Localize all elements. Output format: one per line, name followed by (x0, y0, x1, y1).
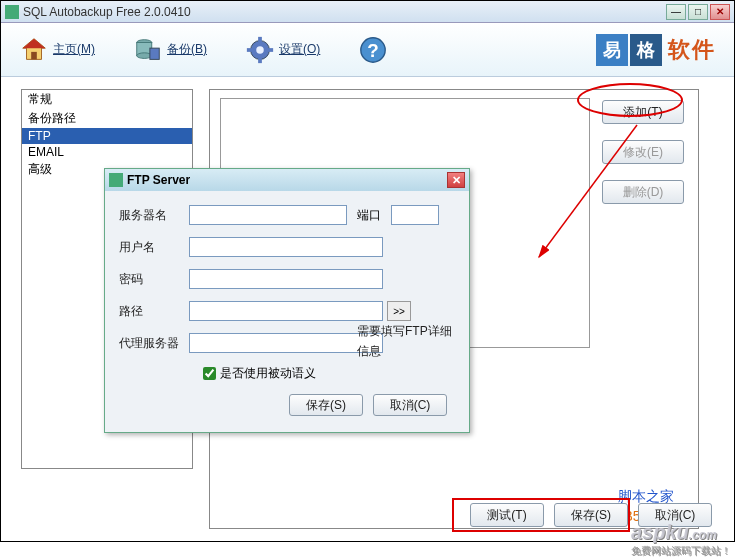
label-user: 用户名 (119, 239, 189, 256)
toolbar-home-label: 主页(M) (53, 41, 95, 58)
dialog-title: FTP Server (127, 173, 447, 187)
label-proxy: 代理服务器 (119, 335, 189, 352)
app-icon (5, 5, 19, 19)
svg-rect-6 (150, 48, 159, 59)
passive-checkbox[interactable] (203, 367, 216, 380)
dialog-save-button[interactable]: 保存(S) (289, 394, 363, 416)
svg-rect-12 (268, 48, 274, 52)
brand-sq2: 格 (630, 34, 662, 66)
add-button[interactable]: 添加(T) (602, 100, 684, 124)
window-title: SQL Autobackup Free 2.0.0410 (23, 5, 664, 19)
watermark: aspku.com 免费网站源码下载站！ (631, 521, 731, 558)
passive-label: 是否使用被动语义 (220, 365, 316, 382)
server-input[interactable] (189, 205, 347, 225)
proxy-input[interactable] (189, 333, 383, 353)
path-input[interactable] (189, 301, 383, 321)
maximize-button[interactable]: □ (688, 4, 708, 20)
dialog-cancel-button[interactable]: 取消(C) (373, 394, 447, 416)
save-button[interactable]: 保存(S) (554, 503, 628, 527)
main-toolbar: 主页(M) 备份(B) 设置(O) ? 易 格 软件 (1, 23, 734, 77)
browse-button[interactable]: >> (387, 301, 411, 321)
toolbar-settings-label: 设置(O) (279, 41, 320, 58)
sidebar-item-email[interactable]: EMAIL (22, 144, 192, 160)
dialog-close-button[interactable]: ✕ (447, 172, 465, 188)
dialog-titlebar: FTP Server ✕ (105, 169, 469, 191)
toolbar-backup-label: 备份(B) (167, 41, 207, 58)
label-path: 路径 (119, 303, 189, 320)
user-input[interactable] (189, 237, 383, 257)
svg-marker-2 (23, 38, 46, 47)
home-icon (19, 35, 49, 65)
toolbar-settings[interactable]: 设置(O) (245, 35, 320, 65)
brand-sq1: 易 (596, 34, 628, 66)
svg-point-8 (256, 46, 264, 54)
label-password: 密码 (119, 271, 189, 288)
help-icon: ? (358, 35, 388, 65)
label-port: 端口 (357, 207, 391, 224)
password-input[interactable] (189, 269, 383, 289)
brand-logo: 易 格 软件 (596, 34, 716, 66)
gear-icon (245, 35, 275, 65)
ftp-server-dialog: FTP Server ✕ 服务器名 端口 用户名 密码 路径 >> 代理服务器 … (104, 168, 470, 433)
sidebar-item-general[interactable]: 常规 (22, 90, 192, 109)
svg-rect-9 (258, 36, 262, 42)
delete-button[interactable]: 删除(D) (602, 180, 684, 204)
sidebar-item-backup-path[interactable]: 备份路径 (22, 109, 192, 128)
toolbar-help[interactable]: ? (358, 35, 392, 65)
svg-rect-11 (247, 48, 253, 52)
backup-icon (133, 35, 163, 65)
hint-text: 需要填写FTP详细信息 (357, 321, 453, 361)
sidebar-item-ftp[interactable]: FTP (22, 128, 192, 144)
test-button[interactable]: 测试(T) (470, 503, 544, 527)
label-server: 服务器名 (119, 207, 189, 224)
minimize-button[interactable]: — (666, 4, 686, 20)
toolbar-backup[interactable]: 备份(B) (133, 35, 207, 65)
svg-text:?: ? (368, 39, 379, 60)
svg-rect-10 (258, 57, 262, 63)
port-input[interactable] (391, 205, 439, 225)
dialog-icon (109, 173, 123, 187)
svg-rect-1 (31, 51, 37, 59)
brand-text: 软件 (668, 35, 716, 65)
window-titlebar: SQL Autobackup Free 2.0.0410 — □ ✕ (1, 1, 734, 23)
close-button[interactable]: ✕ (710, 4, 730, 20)
modify-button[interactable]: 修改(E) (602, 140, 684, 164)
toolbar-home[interactable]: 主页(M) (19, 35, 95, 65)
